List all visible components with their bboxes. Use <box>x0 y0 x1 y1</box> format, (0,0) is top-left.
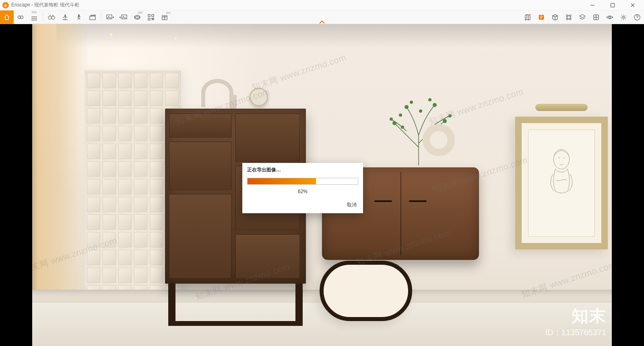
svg-point-32 <box>428 98 431 101</box>
cancel-button[interactable]: 取消 <box>345 201 358 209</box>
render-viewport[interactable]: 知末网 www.znzmo.com 知末网 www.znzmo.com 知末网 … <box>0 24 644 346</box>
window-close-button[interactable] <box>624 0 642 10</box>
svg-point-6 <box>78 14 80 16</box>
letterbox-right <box>612 24 644 346</box>
svg-point-30 <box>448 114 452 117</box>
svg-point-17 <box>570 15 571 16</box>
svg-point-27 <box>405 105 409 109</box>
assets-icon[interactable] <box>562 10 576 24</box>
floor-icon[interactable] <box>58 10 72 24</box>
dialog-title: 正在导出图像… <box>242 163 363 177</box>
svg-point-33 <box>419 109 422 113</box>
svg-point-16 <box>566 15 568 16</box>
enscape-logo-icon: e <box>2 2 9 8</box>
svg-rect-12 <box>152 14 154 16</box>
svg-point-10 <box>134 15 140 19</box>
svg-point-26 <box>399 113 402 117</box>
svg-point-28 <box>410 101 413 104</box>
svg-point-24 <box>392 121 396 125</box>
progress-fill <box>248 178 316 184</box>
clapboard-icon[interactable] <box>86 10 99 24</box>
toolbar-divider <box>101 12 101 22</box>
binoculars-icon[interactable] <box>45 10 58 24</box>
walk-icon[interactable] <box>72 10 86 24</box>
export-image-right-icon[interactable] <box>117 10 130 24</box>
svg-point-21 <box>609 16 611 18</box>
export-progress-dialog: 正在导出图像… 62% 取消 <box>242 163 363 213</box>
window-minimize-button[interactable] <box>584 0 601 10</box>
svg-point-31 <box>433 103 437 107</box>
svg-rect-13 <box>148 18 150 20</box>
progress-bar <box>247 178 358 185</box>
export-image-left-icon[interactable] <box>103 10 117 24</box>
help-icon[interactable] <box>630 10 644 24</box>
svg-point-25 <box>390 117 393 121</box>
link-icon[interactable] <box>14 10 27 24</box>
panorama-icon[interactable]: 360° <box>130 10 144 24</box>
qr-icon[interactable] <box>144 10 158 24</box>
watermark-text: 知末网 www.znzmo.com <box>250 51 348 93</box>
cube-icon[interactable] <box>548 10 562 24</box>
settings-icon[interactable] <box>617 10 630 24</box>
picture-lamp <box>535 104 588 111</box>
toolbar-divider <box>43 12 43 22</box>
svg-point-3 <box>48 16 52 19</box>
svg-rect-11 <box>148 14 150 16</box>
wall-art-frame <box>515 117 608 249</box>
window-title: Enscape - 现代装饰柜 现代斗柜 <box>11 2 79 8</box>
materials-icon[interactable] <box>589 10 603 24</box>
svg-point-22 <box>623 16 625 18</box>
window-titlebar: e Enscape - 现代装饰柜 现代斗柜 <box>0 0 644 10</box>
bim-icon[interactable]: BIM <box>27 10 41 24</box>
letterbox-left <box>0 24 32 346</box>
toolbar-right-group <box>521 10 644 24</box>
map-icon[interactable] <box>521 10 535 24</box>
svg-rect-0 <box>611 3 615 7</box>
svg-point-5 <box>65 14 66 15</box>
visibility-icon[interactable] <box>603 10 617 24</box>
toolbar-left-group: BIM 360° exe <box>0 10 171 24</box>
svg-rect-7 <box>90 16 95 20</box>
svg-point-36 <box>553 149 569 169</box>
progress-percent-text: 62% <box>242 186 363 198</box>
main-toolbar: BIM 360° exe <box>0 10 644 24</box>
svg-point-18 <box>566 18 568 20</box>
svg-point-4 <box>52 16 55 19</box>
tall-cabinet <box>165 109 306 326</box>
vase-icon <box>423 124 456 167</box>
svg-point-34 <box>401 126 404 129</box>
window-maximize-button[interactable] <box>604 0 621 10</box>
info-panel-icon[interactable] <box>535 10 548 24</box>
svg-point-29 <box>443 119 447 123</box>
clock-icon <box>250 88 268 106</box>
svg-point-19 <box>570 18 571 20</box>
layers-icon[interactable] <box>576 10 589 24</box>
home-icon[interactable] <box>0 10 14 24</box>
package-icon[interactable]: exe <box>158 10 171 24</box>
